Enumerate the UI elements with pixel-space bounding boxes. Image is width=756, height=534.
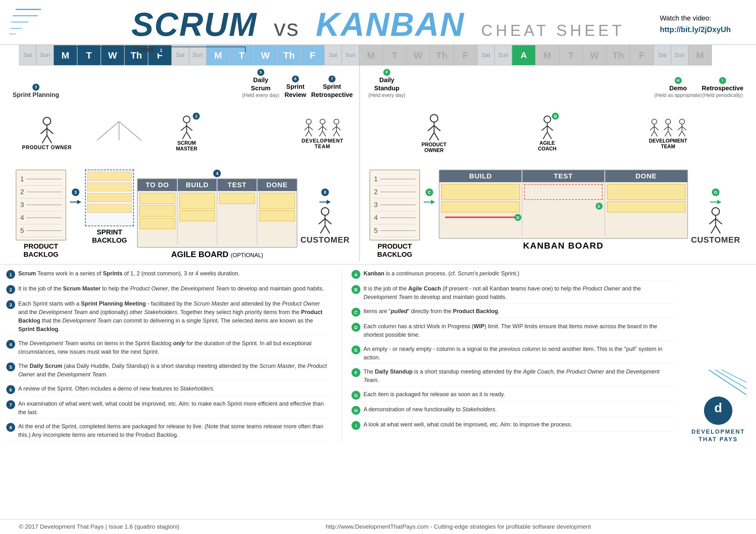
svg-line-13 (119, 121, 141, 140)
kanban-po-icon (425, 114, 444, 142)
svg-line-56 (542, 126, 547, 131)
tl-t4: T (559, 45, 583, 65)
sb-item-2 (87, 183, 132, 191)
tl-w4: W (583, 45, 607, 65)
svg-point-5 (43, 117, 51, 125)
arrow-right-customer (319, 197, 331, 207)
board-header: TO DO BUILD TEST DONE (138, 179, 297, 191)
kanban-notes-grid: A Kanban is a continuous process. (cf. S… (352, 269, 674, 434)
kanban-board-label: KANBAN BOARD (439, 241, 688, 251)
kanban-product-owner: PRODUCTOWNER (421, 114, 446, 153)
svg-line-75 (682, 126, 686, 130)
svg-line-69 (668, 126, 672, 130)
kanban-panel: F DailyStandup (Held every day) H Demo (… (359, 65, 750, 261)
kanban-pb-list: 1 2 3 4 5 (369, 169, 420, 241)
svg-line-23 (309, 126, 313, 130)
note-text: Scrum Teams work in a series of Sprints … (18, 269, 240, 278)
kanban-note-text: A demonstration of new functionality to … (364, 405, 497, 414)
kanban-roles-row: PRODUCTOWNER B AGILECOACH (366, 99, 743, 168)
kanban-arrow-c: C (423, 169, 436, 207)
sb-item-1 (87, 172, 132, 181)
col-build: BUILD (178, 179, 218, 191)
kanban-dev-3 (676, 118, 688, 138)
kanban-board-container: BUILD TEST DONE D (439, 169, 688, 251)
svg-line-86 (711, 226, 716, 234)
kanban-note-badge: E (352, 345, 360, 354)
svg-line-70 (665, 131, 668, 136)
svg-text:d: d (715, 401, 722, 415)
scrum-master-label: SCRUMMASTER (176, 140, 198, 152)
svg-line-47 (325, 226, 330, 234)
arrow-g (709, 197, 722, 207)
ev-demo: H Demo (Held as appropriate) (654, 76, 701, 99)
bc-todo (138, 191, 178, 244)
kanban-note-badge: H (352, 406, 360, 415)
tl-a-marker: A (512, 45, 535, 65)
kanban-dev-1 (648, 118, 661, 138)
tl-sun5: Sun (671, 45, 688, 65)
kb-col-done: DONE (605, 170, 687, 182)
kanban-note-item: F The Daily Standup is a short standup m… (352, 368, 674, 386)
kanban-note-item: H A demonstration of new functionality t… (352, 405, 674, 417)
product-owner-figure: PRODUCT OWNER (22, 116, 72, 150)
kanban-pb-label: PRODUCTBACKLOG (377, 242, 412, 259)
kanban-note-badge: D (352, 323, 360, 332)
note-text: At the end of the Sprint, completed item… (18, 422, 329, 439)
video-link[interactable]: http://bit.ly/2jDxyUh (660, 25, 731, 34)
note-item: 1 Scrum Teams work in a series of Sprint… (6, 269, 329, 281)
dtp-brand-text: DEVELOPMENT THAT PAYS (691, 428, 745, 443)
kanban-note-text: Items are "pulled" directly from the Pro… (364, 307, 500, 316)
svg-point-54 (544, 116, 550, 123)
kanban-note-badge: A (352, 270, 360, 279)
note-item: 2 It is the job of the Scrum Master to h… (6, 285, 329, 296)
tl-w3: W (406, 45, 430, 65)
tl-sat5: Sat (654, 45, 671, 65)
tl-f4: F (630, 45, 654, 65)
backlog-arrow: 3 (69, 169, 82, 207)
kpb-1: 1 (374, 173, 416, 186)
scrum-roles-row: PRODUCT OWNER (13, 99, 353, 168)
svg-line-25 (309, 131, 312, 136)
title-vs: vs (267, 14, 306, 41)
svg-line-53 (434, 133, 439, 140)
scrum-master-area: 2 SCRUMMASTER (72, 115, 302, 152)
svg-point-26 (320, 119, 325, 124)
svg-line-71 (668, 131, 671, 136)
note-text: The Daily Scrum (aka Daily Huddle, Daily… (18, 362, 329, 379)
kanban-note-text: It is the job of the Agile Coach (if pre… (364, 285, 674, 301)
video-info: Watch the video: http://bit.ly/2jDxyUh (660, 13, 731, 36)
ev-daily-standup: F DailyStandup (Held every day) (366, 68, 407, 99)
kanban-po-label: PRODUCTOWNER (421, 142, 446, 153)
product-backlog: 1 2 3 4 5 PRODUCTBACKLOG (16, 169, 66, 259)
kb-col-test: TEST (522, 170, 605, 182)
note-badge: 1 (6, 270, 15, 279)
main-body: 3 Sprint Planning 5 DailyScrum (Held eve… (0, 65, 756, 261)
scrum-panel: 3 Sprint Planning 5 DailyScrum (Held eve… (6, 65, 359, 261)
tl-th3: Th (430, 45, 454, 65)
kanban-note-badge: F (352, 368, 360, 377)
ev-daily-scrum: 5 DailyScrum (Held every day) (242, 68, 280, 99)
note-item: 5 The Daily Scrum (aka Daily Huddle, Dai… (6, 362, 329, 381)
kanban-note-item: D Each column has a strict Work in Progr… (352, 322, 674, 341)
svg-line-9 (42, 135, 47, 143)
note-badge: 4 (6, 340, 15, 349)
agile-board-label: AGILE BOARD (Optional) (137, 249, 297, 259)
kanban-note-badge: B (352, 285, 360, 294)
kanban-note-text: An empty - or nearly empty - column is a… (364, 345, 674, 362)
svg-line-22 (304, 126, 309, 130)
dtp-logo-circle: d (702, 395, 734, 426)
dev-team-icons (302, 118, 343, 138)
kpb-2: 2 (374, 186, 416, 198)
tl-m5: M (688, 45, 712, 65)
product-backlog-list: 1 2 3 4 5 (16, 169, 66, 241)
bc-test (217, 191, 257, 244)
svg-line-68 (664, 126, 668, 130)
svg-line-16 (181, 126, 187, 131)
svg-line-89 (715, 370, 746, 389)
kanban-note-text: Each column has a strict Work in Progres… (364, 322, 674, 339)
svg-line-50 (428, 126, 434, 131)
svg-line-87 (716, 226, 720, 234)
svg-line-59 (547, 132, 551, 139)
svg-point-48 (430, 114, 438, 122)
scrum-notes: 1 Scrum Teams work in a series of Sprint… (6, 269, 329, 443)
